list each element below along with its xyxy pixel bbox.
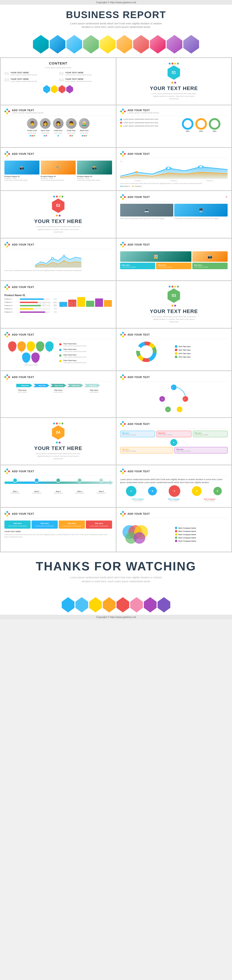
photo-2: 🔧 — [41, 161, 76, 175]
network-top-row: Title Here Lorem ipsum words Title Here … — [120, 431, 228, 437]
leaf-7 — [133, 35, 149, 54]
leaf-6 — [116, 35, 132, 54]
info-slide-title: ADD YOUR TEXT — [128, 109, 159, 111]
balloons-right: Title Field Here Lorem ipsum randomised … — [59, 341, 112, 366]
linechart-title: ADD YOUR TEXT — [128, 153, 150, 155]
collage-info-1: Title Here Lorem ipsum words — [120, 263, 156, 269]
flower-icon-circles — [120, 469, 126, 474]
slide-header-area2: ADD YOUR TEXT — [5, 242, 112, 249]
svg-point-4 — [63, 255, 65, 257]
deco-dot-blue — [168, 63, 170, 65]
svg-point-10 — [162, 387, 185, 410]
info-line-1: Lorem ipsum randomised words don't look — [120, 118, 173, 121]
progress-4: Feature 4 45% — [5, 308, 57, 310]
avatar-2: 👩 — [40, 118, 51, 129]
circular-diagram: 1 2 3 4 5 — [159, 384, 189, 414]
slide-photos-timeline: ADD YOUR TEXT 📷 Product Name 01 January … — [1, 148, 116, 190]
content-item-3: 03 YOUR TEXT HERE Lorem ipsum randomised… — [5, 78, 57, 83]
photo-col-1: 📷 Product Name 01 January 1 - 2019 Lorem… — [5, 161, 40, 181]
slide-header-company: ADD YOUR TEXT — [120, 511, 228, 518]
leaf-5 — [100, 35, 116, 54]
content-items: 01 YOUR TEXT HERE Lorem ipsum randomised… — [5, 72, 112, 83]
collage-info-3: Title Here Lorem ipsum words — [192, 263, 227, 269]
photo-1: 📷 — [5, 161, 40, 175]
main-subtitle: Lorem ipsum randomised words which don't… — [70, 22, 162, 29]
slide-balloons: ADD YOUR TEXT Lorem ipsum words — [1, 329, 116, 371]
collage-bottom-row: Title Here Lorem ipsum words Title Here … — [120, 263, 228, 269]
bot-leaf-1 — [62, 597, 75, 612]
slide-text-04: 04 YOUR TEXT HERE Lorem ipsum randomised… — [1, 418, 116, 465]
arrow-3: Step Three — [50, 384, 66, 387]
timeline-4: Title Field Here Lorem ipsum randomised … — [59, 360, 112, 364]
slide-area-chart2: ADD YOUR TEXT Lorem ipsum randomised wor… — [1, 239, 116, 280]
flower-icon-laptop — [120, 194, 126, 200]
origami-row-top — [0, 33, 232, 57]
bot-leaf-2 — [75, 597, 88, 612]
info-col-1: Lorem ipsum randomised words don't look … — [120, 118, 173, 132]
network-title: ADD YOUR TEXT — [128, 423, 150, 425]
net-box-2: Title Here Lorem ipsum words — [156, 431, 191, 437]
company-title: ADD YOUR TEXT — [128, 512, 150, 515]
circle-3: C — [168, 485, 180, 497]
progress-1: Feature 1 80% — [5, 298, 57, 300]
svg-point-2 — [135, 172, 138, 173]
arrow-1: Step One — [16, 384, 32, 387]
content-item-1: 01 YOUR TEXT HERE Lorem ipsum randomised… — [5, 72, 57, 76]
people-row: 👨 Frank Cole Some Role 👩 Jane Cole — [5, 118, 112, 137]
photo-col-3: 📸 Product Name 01 January 1 - 2019 Lorem… — [77, 161, 112, 181]
leaf-10 — [183, 35, 199, 54]
laptop-img-1: 💻 — [120, 204, 173, 216]
timeline-2: Title Field Here Lorem ipsum randomised … — [59, 348, 112, 353]
flower-icon-linechart — [120, 151, 126, 157]
your-text-label: YOUR TEXT HERE — [5, 530, 112, 533]
slide-header-photos: ADD YOUR TEXT — [5, 151, 112, 158]
arrow-labels-row: Title Here Lorem ipsum Title Here Lorem … — [5, 389, 112, 393]
thanks-title: THANKS FOR WATCHING — [14, 559, 218, 573]
pie-legend: 20% Title Here 30% Title Here 25% Title … — [175, 345, 227, 358]
svg-point-5 — [64, 260, 65, 262]
flower-icon-company — [120, 511, 126, 517]
color-box-3: Title Here Lorem ipsum randomised — [59, 520, 85, 529]
arrow-process-row: Step One Step Two Step Three Step Four S… — [5, 384, 112, 387]
person-2: 👩 Jane Cole Some Role — [40, 118, 51, 137]
pie-content: 20% Title Here 30% Title Here 25% Title … — [120, 341, 228, 362]
line-chart-area: 1.5 — [120, 161, 228, 187]
slides-grid: CONTENT Lorem ipsum randomised words 01 … — [0, 57, 232, 552]
progress-3: Feature 3 70% — [5, 304, 57, 307]
person-3: 👧 Child One Some Role — [53, 118, 64, 137]
circle-5: E — [213, 487, 222, 495]
slide-number-03: 03 — [167, 288, 180, 303]
flower-icon-arrows — [5, 374, 10, 380]
circles-row: A B C D E — [120, 485, 228, 497]
area2-title: ADD YOUR TEXT — [12, 243, 34, 246]
slide-number-02: 02 — [52, 199, 65, 213]
svg-text:4: 4 — [167, 409, 168, 410]
thanks-section: THANKS FOR WATCHING Lorem ipsum randomis… — [0, 552, 232, 592]
big-text-desc-04: Lorem ipsum randomised words which don't… — [35, 452, 81, 460]
slide-header-circ: ADD YOUR TEXT — [120, 374, 228, 382]
collage-info-2: Title Here Lorem ipsum words — [156, 263, 191, 269]
svg-point-11 — [171, 385, 176, 390]
deco-dot-yellow — [174, 63, 176, 65]
balloon-cluster — [5, 341, 57, 363]
bot-leaf-6 — [130, 597, 143, 612]
svg-point-0 — [166, 167, 171, 169]
progress-5: Feature 5 85% — [5, 311, 57, 313]
flower-icon-collage — [120, 242, 126, 247]
flower-icon-people — [5, 108, 10, 114]
donut-1: 35% — [182, 118, 194, 132]
product-right — [59, 294, 112, 315]
mini-leaf-1 — [43, 85, 50, 94]
content-title: CONTENT — [5, 61, 112, 65]
leaf-9 — [167, 35, 182, 54]
close-x[interactable]: ✕ — [226, 196, 227, 198]
slide-header-colorbox: ADD YOUR TEXT — [5, 511, 112, 518]
slide-number-01: 01 — [167, 65, 180, 80]
bot-leaf-7 — [144, 597, 157, 612]
flower-icon-product — [5, 284, 10, 290]
slide-circles-text: ADD YOUR TEXT Lorem ipsum randomised wor… — [116, 465, 232, 507]
leaf-4 — [83, 35, 99, 54]
donut-row: 35% 62% 48% — [175, 118, 227, 132]
horiz-step-labels: Step 1 Lorem ipsum Step 2 Lorem ipsum St… — [5, 491, 112, 494]
balloons-left: Lorem ipsum words — [5, 341, 57, 366]
